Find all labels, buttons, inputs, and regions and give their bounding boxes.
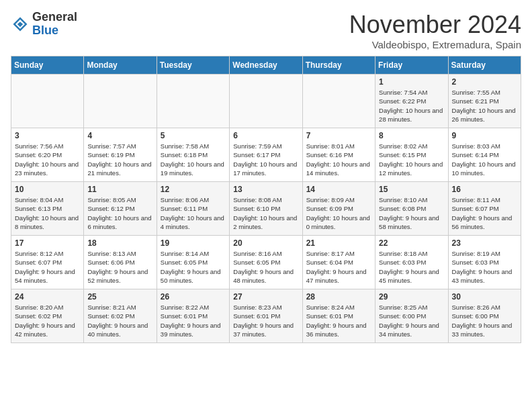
calendar-cell: 29Sunrise: 8:25 AMSunset: 6:00 PMDayligh… [375, 289, 448, 343]
calendar-header-row: SundayMondayTuesdayWednesdayThursdayFrid… [11, 56, 521, 75]
day-number: 15 [379, 185, 444, 194]
day-info: Sunrise: 8:25 AMSunset: 6:00 PMDaylight:… [379, 303, 444, 338]
calendar-cell [302, 75, 375, 128]
day-number: 14 [306, 185, 371, 194]
calendar-cell: 16Sunrise: 8:11 AMSunset: 6:07 PMDayligh… [448, 182, 521, 236]
calendar-cell: 2Sunrise: 7:55 AMSunset: 6:21 PMDaylight… [448, 75, 521, 128]
calendar-week-4: 17Sunrise: 8:12 AMSunset: 6:07 PMDayligh… [11, 236, 521, 289]
day-number: 11 [87, 185, 152, 194]
day-number: 27 [233, 292, 298, 302]
day-number: 1 [379, 77, 444, 87]
day-number: 26 [161, 292, 226, 302]
col-header-thursday: Thursday [302, 56, 375, 75]
calendar-cell: 11Sunrise: 8:05 AMSunset: 6:12 PMDayligh… [84, 182, 157, 236]
day-info: Sunrise: 7:55 AMSunset: 6:21 PMDaylight:… [452, 88, 517, 124]
calendar-cell: 28Sunrise: 8:24 AMSunset: 6:01 PMDayligh… [302, 289, 375, 343]
day-number: 2 [452, 77, 517, 87]
day-number: 8 [379, 131, 444, 140]
calendar-week-1: 1Sunrise: 7:54 AMSunset: 6:22 PMDaylight… [11, 75, 521, 128]
page-header: General Blue November 2024 Valdeobispo, … [11, 11, 521, 50]
day-info: Sunrise: 7:58 AMSunset: 6:18 PMDaylight:… [161, 142, 226, 177]
day-number: 30 [452, 292, 517, 302]
day-info: Sunrise: 8:24 AMSunset: 6:01 PMDaylight:… [306, 303, 371, 338]
day-number: 28 [306, 292, 371, 302]
day-info: Sunrise: 8:14 AMSunset: 6:05 PMDaylight:… [161, 249, 226, 285]
col-header-sunday: Sunday [11, 56, 84, 75]
day-info: Sunrise: 8:20 AMSunset: 6:02 PMDaylight:… [15, 303, 80, 338]
day-number: 13 [233, 185, 298, 194]
day-info: Sunrise: 8:04 AMSunset: 6:13 PMDaylight:… [15, 195, 80, 231]
day-info: Sunrise: 8:22 AMSunset: 6:01 PMDaylight:… [161, 303, 226, 338]
calendar-cell: 20Sunrise: 8:16 AMSunset: 6:05 PMDayligh… [230, 236, 302, 289]
day-info: Sunrise: 8:03 AMSunset: 6:14 PMDaylight:… [452, 142, 517, 177]
calendar-cell: 5Sunrise: 7:58 AMSunset: 6:18 PMDaylight… [157, 128, 229, 182]
day-info: Sunrise: 8:08 AMSunset: 6:10 PMDaylight:… [233, 195, 298, 231]
day-number: 29 [379, 292, 444, 302]
day-number: 22 [379, 238, 444, 248]
day-number: 12 [161, 185, 226, 194]
calendar-cell: 22Sunrise: 8:18 AMSunset: 6:03 PMDayligh… [375, 236, 448, 289]
day-info: Sunrise: 8:19 AMSunset: 6:03 PMDaylight:… [452, 249, 517, 285]
calendar-week-3: 10Sunrise: 8:04 AMSunset: 6:13 PMDayligh… [11, 182, 521, 236]
day-info: Sunrise: 7:56 AMSunset: 6:20 PMDaylight:… [15, 142, 80, 177]
logo-text: General Blue [32, 11, 77, 38]
day-number: 3 [15, 131, 80, 140]
calendar-week-2: 3Sunrise: 7:56 AMSunset: 6:20 PMDaylight… [11, 128, 521, 182]
day-number: 25 [87, 292, 152, 302]
calendar-cell: 24Sunrise: 8:20 AMSunset: 6:02 PMDayligh… [11, 289, 84, 343]
day-number: 23 [452, 238, 517, 248]
day-number: 21 [306, 238, 371, 248]
month-title: November 2024 [349, 11, 521, 39]
calendar-cell: 21Sunrise: 8:17 AMSunset: 6:04 PMDayligh… [302, 236, 375, 289]
day-number: 6 [233, 131, 298, 140]
calendar-cell: 25Sunrise: 8:21 AMSunset: 6:02 PMDayligh… [84, 289, 157, 343]
logo: General Blue [11, 11, 77, 38]
day-info: Sunrise: 8:17 AMSunset: 6:04 PMDaylight:… [306, 249, 371, 285]
day-info: Sunrise: 8:16 AMSunset: 6:05 PMDaylight:… [233, 249, 298, 285]
calendar-cell: 1Sunrise: 7:54 AMSunset: 6:22 PMDaylight… [375, 75, 448, 128]
logo-general-text: General [32, 10, 77, 24]
day-info: Sunrise: 8:11 AMSunset: 6:07 PMDaylight:… [452, 195, 517, 231]
calendar-cell [230, 75, 302, 128]
calendar-week-5: 24Sunrise: 8:20 AMSunset: 6:02 PMDayligh… [11, 289, 521, 343]
day-info: Sunrise: 8:10 AMSunset: 6:08 PMDaylight:… [379, 195, 444, 231]
calendar-cell: 14Sunrise: 8:09 AMSunset: 6:09 PMDayligh… [302, 182, 375, 236]
calendar-cell: 26Sunrise: 8:22 AMSunset: 6:01 PMDayligh… [157, 289, 229, 343]
calendar-cell [84, 75, 157, 128]
day-info: Sunrise: 7:54 AMSunset: 6:22 PMDaylight:… [379, 88, 444, 124]
day-number: 5 [161, 131, 226, 140]
calendar-table: SundayMondayTuesdayWednesdayThursdayFrid… [11, 56, 521, 343]
calendar-cell: 18Sunrise: 8:13 AMSunset: 6:06 PMDayligh… [84, 236, 157, 289]
calendar-cell [157, 75, 229, 128]
col-header-friday: Friday [375, 56, 448, 75]
day-info: Sunrise: 8:06 AMSunset: 6:11 PMDaylight:… [161, 195, 226, 231]
day-info: Sunrise: 8:09 AMSunset: 6:09 PMDaylight:… [306, 195, 371, 231]
calendar-cell: 23Sunrise: 8:19 AMSunset: 6:03 PMDayligh… [448, 236, 521, 289]
day-info: Sunrise: 7:59 AMSunset: 6:17 PMDaylight:… [233, 142, 298, 177]
calendar-cell: 4Sunrise: 7:57 AMSunset: 6:19 PMDaylight… [84, 128, 157, 182]
calendar-cell: 7Sunrise: 8:01 AMSunset: 6:16 PMDaylight… [302, 128, 375, 182]
calendar-cell: 12Sunrise: 8:06 AMSunset: 6:11 PMDayligh… [157, 182, 229, 236]
title-block: November 2024 Valdeobispo, Extremadura, … [349, 11, 521, 50]
day-info: Sunrise: 8:23 AMSunset: 6:01 PMDaylight:… [233, 303, 298, 338]
calendar-cell: 10Sunrise: 8:04 AMSunset: 6:13 PMDayligh… [11, 182, 84, 236]
day-number: 16 [452, 185, 517, 194]
logo-blue-text: Blue [32, 24, 58, 37]
day-info: Sunrise: 8:18 AMSunset: 6:03 PMDaylight:… [379, 249, 444, 285]
logo-icon [11, 15, 30, 34]
day-info: Sunrise: 8:26 AMSunset: 6:00 PMDaylight:… [452, 303, 517, 338]
day-number: 18 [87, 238, 152, 248]
day-number: 10 [15, 185, 80, 194]
calendar-cell: 13Sunrise: 8:08 AMSunset: 6:10 PMDayligh… [230, 182, 302, 236]
col-header-monday: Monday [84, 56, 157, 75]
col-header-wednesday: Wednesday [230, 56, 302, 75]
calendar-cell: 19Sunrise: 8:14 AMSunset: 6:05 PMDayligh… [157, 236, 229, 289]
calendar-cell: 27Sunrise: 8:23 AMSunset: 6:01 PMDayligh… [230, 289, 302, 343]
col-header-saturday: Saturday [448, 56, 521, 75]
location-text: Valdeobispo, Extremadura, Spain [349, 39, 521, 50]
day-number: 17 [15, 238, 80, 248]
calendar-cell: 30Sunrise: 8:26 AMSunset: 6:00 PMDayligh… [448, 289, 521, 343]
calendar-cell: 15Sunrise: 8:10 AMSunset: 6:08 PMDayligh… [375, 182, 448, 236]
calendar-cell: 9Sunrise: 8:03 AMSunset: 6:14 PMDaylight… [448, 128, 521, 182]
calendar-cell: 8Sunrise: 8:02 AMSunset: 6:15 PMDaylight… [375, 128, 448, 182]
